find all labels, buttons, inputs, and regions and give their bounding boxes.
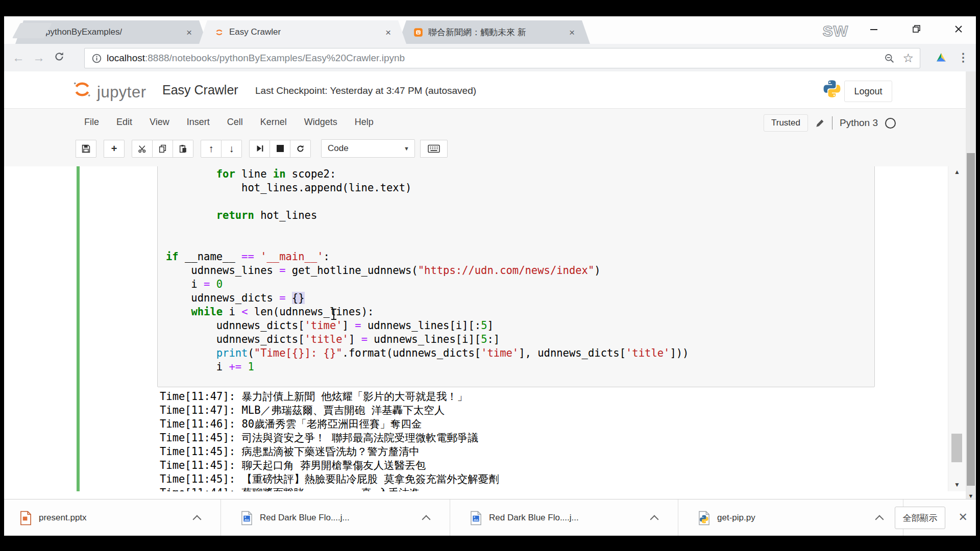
download-item[interactable]: Red Dark Blue Flo....j... bbox=[221, 499, 450, 536]
menu-item-cell[interactable]: Cell bbox=[218, 117, 252, 128]
add-cell-button[interactable]: + bbox=[104, 140, 125, 158]
close-icon bbox=[954, 25, 963, 33]
scrollbar-thumb[interactable] bbox=[951, 434, 962, 462]
selected-cell-bar bbox=[77, 166, 80, 491]
watermark: SW bbox=[823, 22, 848, 40]
output-line: Time[11:45]: 聊天起口角 莽男開槍擊傷友人送醫丟包 bbox=[160, 459, 499, 472]
code-line: udnnews_lines = get_hotline_udnnews("htt… bbox=[166, 264, 689, 278]
menu-item-kernel[interactable]: Kernel bbox=[252, 117, 296, 128]
tab-title: Easy Crawler bbox=[229, 27, 281, 37]
code-line: for line in scope2: bbox=[166, 167, 689, 181]
chevron-up-icon[interactable] bbox=[650, 515, 659, 524]
browser-tab[interactable]: Easy Crawler× bbox=[199, 20, 406, 44]
paste-cell-button[interactable] bbox=[173, 140, 193, 158]
browser-menu-icon[interactable]: ⋮ bbox=[958, 51, 969, 64]
bookmark-star-icon[interactable]: ☆ bbox=[902, 51, 914, 65]
trusted-badge[interactable]: Trusted bbox=[764, 114, 808, 132]
download-item[interactable]: present.pptx bbox=[4, 499, 221, 536]
video-frame: pythonByExamples/×Easy Crawler×聯合新聞網：觸動未… bbox=[0, 0, 980, 551]
notebook-scroll-area[interactable]: for line in scope2: hot_lines.append(lin… bbox=[4, 166, 976, 491]
menu-item-file[interactable]: File bbox=[76, 117, 108, 128]
image-file-icon bbox=[470, 511, 482, 525]
page-scrollbar-thumb[interactable] bbox=[967, 153, 975, 486]
menu-item-view[interactable]: View bbox=[141, 117, 178, 128]
code-line bbox=[166, 195, 689, 209]
interrupt-kernel-button[interactable] bbox=[270, 140, 290, 158]
download-item[interactable]: get-pip.py bbox=[678, 499, 903, 536]
cell-output: Time[11:47]: 暴力討債上新聞 他炫耀「影片的大哥就是我！」Time[… bbox=[160, 390, 499, 491]
page-scroll-down-icon[interactable]: ▼ bbox=[966, 493, 976, 499]
tab-title: 聯合新聞網：觸動未來 新 bbox=[428, 27, 526, 38]
save-button[interactable] bbox=[76, 140, 96, 158]
menu-item-insert[interactable]: Insert bbox=[178, 117, 218, 128]
notebook-title[interactable]: Easy Crawler bbox=[162, 83, 238, 97]
close-downloads-icon[interactable]: ✕ bbox=[959, 511, 968, 524]
download-filename: present.pptx bbox=[39, 513, 87, 523]
download-item[interactable]: Red Dark Blue Flo....j... bbox=[450, 499, 678, 536]
letterbox-top bbox=[0, 0, 980, 16]
restart-kernel-button[interactable] bbox=[290, 140, 311, 158]
code-line: i += 1 bbox=[166, 360, 689, 374]
page-info-icon[interactable] bbox=[92, 54, 102, 63]
jupyter-wordmark: jupyter bbox=[97, 84, 146, 100]
notebook-header: jupyter Easy Crawler Last Checkpoint: Ye… bbox=[4, 71, 976, 108]
code-line: udnnews_dicts = {} bbox=[166, 291, 689, 305]
arrow-down-icon: ↓ bbox=[229, 143, 234, 155]
menu-item-edit[interactable]: Edit bbox=[108, 117, 141, 128]
output-line: Time[11:45]: 司法與資安之爭！ 聯邦最高法院受理微軟電郵爭議 bbox=[160, 431, 499, 445]
address-bar[interactable]: localhost:8888/notebooks/pythonByExample… bbox=[84, 48, 920, 68]
url-text[interactable]: localhost:8888/notebooks/pythonByExample… bbox=[107, 53, 405, 64]
browser-tab[interactable]: 聯合新聞網：觸動未來 新× bbox=[398, 20, 590, 44]
notebook-scrollbar[interactable]: ▲ ▼ bbox=[948, 166, 966, 491]
menu-item-help[interactable]: Help bbox=[346, 117, 382, 128]
letterbox-bottom bbox=[0, 536, 980, 551]
cell-type-select[interactable]: Code ▼ bbox=[321, 139, 415, 158]
download-filename: Red Dark Blue Flo....j... bbox=[489, 513, 579, 523]
paste-icon bbox=[179, 144, 187, 153]
notebook-chrome: FileEditViewInsertCellKernelWidgetsHelp … bbox=[4, 108, 976, 167]
jupyter-icon bbox=[214, 28, 224, 37]
menu-item-widgets[interactable]: Widgets bbox=[296, 117, 346, 128]
page-scrollbar[interactable]: ▼ bbox=[966, 71, 976, 499]
scroll-down-icon[interactable]: ▼ bbox=[948, 481, 966, 488]
jupyter-logo-icon bbox=[71, 79, 93, 100]
code-line: hot_lines.append(line.text) bbox=[166, 181, 689, 195]
divider bbox=[832, 116, 832, 130]
jupyter-logo[interactable]: jupyter bbox=[71, 79, 146, 100]
show-all-downloads-button[interactable]: 全部顯示 bbox=[895, 507, 945, 529]
python-file-icon bbox=[698, 511, 710, 525]
minimize-button[interactable] bbox=[864, 20, 884, 38]
chevron-up-icon[interactable] bbox=[422, 515, 431, 524]
download-filename: Red Dark Blue Flo....j... bbox=[260, 513, 350, 523]
google-drive-icon[interactable] bbox=[935, 52, 947, 64]
tab-close-icon[interactable]: × bbox=[184, 27, 194, 38]
logout-button[interactable]: Logout bbox=[844, 81, 892, 102]
cut-cell-button[interactable] bbox=[132, 140, 153, 158]
forward-button[interactable]: → bbox=[29, 51, 49, 65]
move-cell-up-button[interactable]: ↑ bbox=[201, 140, 222, 158]
output-line: Time[11:46]: 80歲潘秀雲「老將亞洲田徑賽」奪四金 bbox=[160, 417, 499, 431]
move-cell-down-button[interactable]: ↓ bbox=[222, 140, 242, 158]
zoom-icon[interactable] bbox=[885, 54, 894, 63]
reload-button[interactable] bbox=[49, 51, 69, 65]
chevron-up-icon[interactable] bbox=[875, 515, 884, 524]
run-icon bbox=[256, 144, 264, 153]
copy-icon bbox=[158, 144, 167, 153]
tab-close-icon[interactable]: × bbox=[383, 27, 393, 38]
copy-cell-button[interactable] bbox=[153, 140, 173, 158]
tab-close-icon[interactable]: × bbox=[567, 27, 577, 38]
close-window-button[interactable] bbox=[948, 20, 969, 38]
code-line: i = 0 bbox=[166, 278, 689, 291]
kernel-name: Python 3 bbox=[840, 117, 878, 129]
command-palette-button[interactable] bbox=[420, 140, 448, 158]
run-cell-button[interactable] bbox=[249, 140, 270, 158]
chevron-up-icon[interactable] bbox=[193, 515, 202, 524]
minimize-icon bbox=[870, 25, 878, 33]
checkpoint-status: Last Checkpoint: Yesterday at 3:47 PM (a… bbox=[255, 85, 476, 96]
back-button[interactable]: ← bbox=[8, 51, 29, 65]
restore-button[interactable] bbox=[906, 20, 927, 38]
scroll-up-icon[interactable]: ▲ bbox=[948, 168, 966, 176]
scissors-icon bbox=[138, 144, 146, 153]
browser-toolbar: ← → localhost:8888/notebooks/pythonByExa… bbox=[4, 44, 976, 72]
code-editor[interactable]: for line in scope2: hot_lines.append(lin… bbox=[166, 167, 689, 374]
